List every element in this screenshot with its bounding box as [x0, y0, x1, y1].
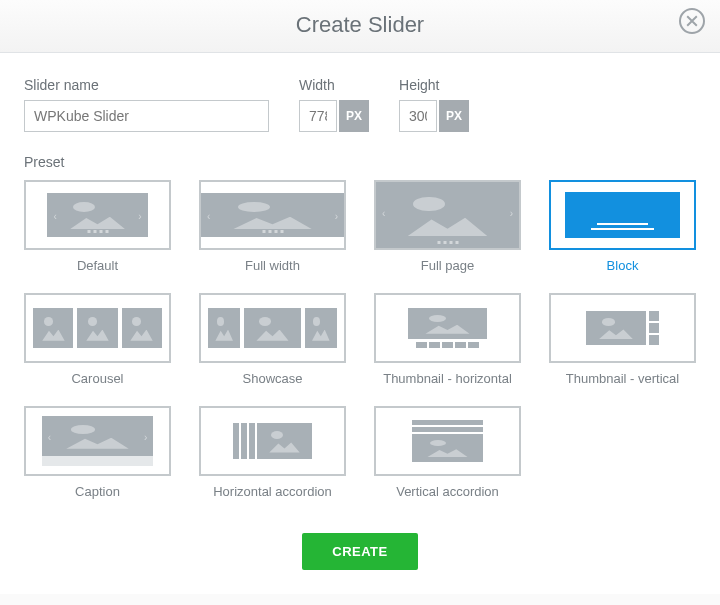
slider-name-field: Slider name [24, 77, 269, 132]
preset-item-default: ‹› Default [24, 180, 171, 273]
height-input[interactable] [399, 100, 437, 132]
create-slider-dialog: Create Slider Slider name Width PX Heigh… [0, 0, 720, 594]
preset-thumb-default[interactable]: ‹› [24, 180, 171, 250]
preset-thumb-full-width[interactable]: ‹› [199, 180, 346, 250]
slider-name-label: Slider name [24, 77, 269, 93]
height-px-badge: PX [439, 100, 469, 132]
preset-name-full-page: Full page [374, 258, 521, 273]
preset-name-horizontal-accordion: Horizontal accordion [199, 484, 346, 499]
preset-thumb-carousel[interactable] [24, 293, 171, 363]
preset-name-caption: Caption [24, 484, 171, 499]
preset-thumb-thumbnail-vertical[interactable] [549, 293, 696, 363]
preset-grid: ‹› Default ‹› Full width ‹› Full page [24, 180, 696, 499]
preset-name-block: Block [549, 258, 696, 273]
preset-item-thumbnail-horizontal: Thumbnail - horizontal [374, 293, 521, 386]
preset-name-full-width: Full width [199, 258, 346, 273]
dialog-footer: CREATE [0, 519, 720, 594]
preset-thumb-horizontal-accordion[interactable] [199, 406, 346, 476]
preset-thumb-caption[interactable]: ‹› [24, 406, 171, 476]
preset-name-thumbnail-vertical: Thumbnail - vertical [549, 371, 696, 386]
dialog-header: Create Slider [0, 0, 720, 53]
preset-name-showcase: Showcase [199, 371, 346, 386]
dialog-body: Slider name Width PX Height PX Preset [0, 53, 720, 519]
width-label: Width [299, 77, 369, 93]
preset-item-thumbnail-vertical: Thumbnail - vertical [549, 293, 696, 386]
block-icon [565, 192, 679, 238]
close-icon [686, 15, 698, 27]
preset-name-carousel: Carousel [24, 371, 171, 386]
preset-item-block: Block [549, 180, 696, 273]
preset-thumb-thumbnail-horizontal[interactable] [374, 293, 521, 363]
preset-name-vertical-accordion: Vertical accordion [374, 484, 521, 499]
preset-name-default: Default [24, 258, 171, 273]
width-field: Width PX [299, 77, 369, 132]
width-input[interactable] [299, 100, 337, 132]
width-px-badge: PX [339, 100, 369, 132]
preset-item-carousel: Carousel [24, 293, 171, 386]
height-label: Height [399, 77, 469, 93]
preset-item-horizontal-accordion: Horizontal accordion [199, 406, 346, 499]
preset-item-vertical-accordion: Vertical accordion [374, 406, 521, 499]
preset-thumb-block[interactable] [549, 180, 696, 250]
preset-label: Preset [24, 154, 696, 170]
slider-name-input[interactable] [24, 100, 269, 132]
preset-thumb-showcase[interactable] [199, 293, 346, 363]
preset-item-full-page: ‹› Full page [374, 180, 521, 273]
preset-item-showcase: Showcase [199, 293, 346, 386]
dialog-title: Create Slider [0, 12, 720, 38]
preset-name-thumbnail-horizontal: Thumbnail - horizontal [374, 371, 521, 386]
preset-item-full-width: ‹› Full width [199, 180, 346, 273]
preset-thumb-full-page[interactable]: ‹› [374, 180, 521, 250]
preset-thumb-vertical-accordion[interactable] [374, 406, 521, 476]
close-button[interactable] [679, 8, 705, 34]
inputs-row: Slider name Width PX Height PX [24, 77, 696, 132]
height-field: Height PX [399, 77, 469, 132]
preset-item-caption: ‹› Caption [24, 406, 171, 499]
create-button[interactable]: CREATE [302, 533, 417, 570]
